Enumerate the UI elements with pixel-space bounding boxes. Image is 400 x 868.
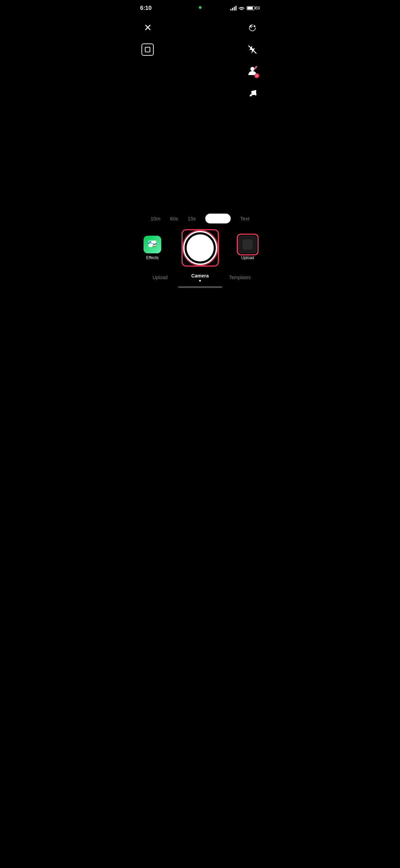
flash-button[interactable] [245, 42, 260, 57]
mode-photo[interactable]: Photo [205, 214, 231, 223]
upload-label: Upload [241, 255, 254, 260]
green-dot [199, 6, 202, 9]
status-bar: 6:10 59 [133, 0, 267, 14]
shutter-wrapper [183, 231, 217, 265]
mode-selector: 10m 60s 15s Photo Text [133, 209, 267, 228]
nav-active-dot [199, 280, 201, 282]
svg-point-2 [250, 67, 254, 71]
shutter-button[interactable] [183, 231, 217, 265]
status-indicators: 59 [230, 6, 260, 11]
svg-point-3 [254, 67, 256, 69]
aspect-ratio-icon [141, 43, 154, 56]
nav-templates[interactable]: Templates [220, 275, 260, 280]
ai-avatar-button[interactable]: ✓ [245, 64, 260, 79]
nav-upload-label: Upload [153, 275, 168, 280]
bottom-nav: Upload Camera Templates [133, 270, 267, 284]
svg-point-7 [250, 94, 252, 96]
nav-camera-label: Camera [191, 273, 209, 278]
left-controls: ✕ [140, 20, 155, 57]
home-bar [178, 286, 222, 288]
effects-button[interactable]: Effects [144, 236, 161, 260]
signal-icon [230, 6, 236, 11]
music-icon [248, 88, 257, 98]
upload-button[interactable]: Upload [239, 236, 256, 260]
home-indicator [133, 284, 267, 289]
ai-badge: ✓ [254, 73, 259, 78]
effects-label: Effects [146, 255, 158, 260]
status-time: 6:10 [140, 5, 152, 12]
mode-60s[interactable]: 60s [170, 216, 178, 221]
flip-camera-icon [247, 23, 258, 33]
upload-icon [239, 236, 256, 253]
flash-off-icon [248, 45, 257, 54]
close-button[interactable]: ✕ [140, 20, 155, 35]
mode-text[interactable]: Text [240, 216, 250, 221]
battery-level: 59 [255, 6, 260, 11]
aspect-ratio-button[interactable] [140, 42, 155, 57]
nav-templates-label: Templates [229, 275, 251, 280]
flip-camera-button[interactable] [245, 20, 260, 35]
svg-line-6 [257, 66, 258, 67]
mode-15s[interactable]: 15s [188, 216, 196, 221]
battery-indicator: 59 [247, 6, 260, 11]
controls-row: Effects Upload [133, 228, 267, 270]
music-button[interactable] [245, 86, 260, 101]
right-controls: ✓ [245, 20, 260, 101]
ai-person-icon: ✓ [246, 65, 259, 77]
bottom-section: 10m 60s 15s Photo Text Effects [133, 209, 267, 289]
svg-marker-12 [152, 246, 156, 247]
svg-point-8 [254, 93, 256, 95]
wifi-icon [239, 6, 245, 11]
nav-camera[interactable]: Camera [180, 273, 220, 282]
top-controls: ✕ [133, 20, 267, 101]
effects-icon [144, 236, 161, 253]
nav-upload[interactable]: Upload [140, 275, 180, 280]
mode-10m[interactable]: 10m [151, 216, 160, 221]
close-icon: ✕ [144, 23, 152, 33]
